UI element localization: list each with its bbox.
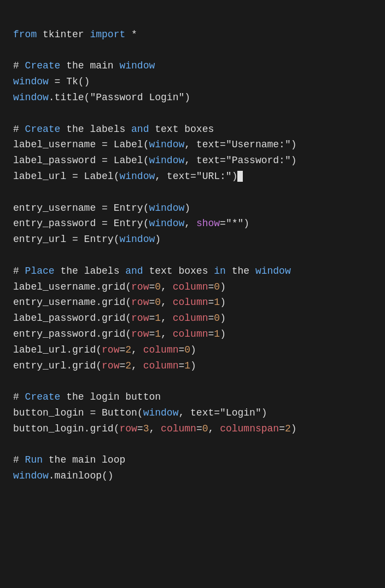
line-from: from tkinter import * <box>13 29 137 40</box>
line-button-login-grid: button_login.grid(row=3, column=0, colum… <box>13 423 297 434</box>
line-entry-password-grid: entry_password.grid(row=1, column=1) <box>13 328 226 339</box>
code-editor: from tkinter import * # Create the main … <box>13 11 372 484</box>
comment-create-window: # Create the main window <box>13 60 155 71</box>
line-label-url-grid: label_url.grid(row=2, column=0) <box>13 344 196 355</box>
line-mainloop: window.mainloop() <box>13 470 114 481</box>
comment-create-labels: # Create the labels and text boxes <box>13 124 214 135</box>
comment-place-labels: # Place the labels and text boxes in the… <box>13 266 291 276</box>
line-window-tk: window = Tk() <box>13 76 90 87</box>
line-entry-url: entry_url = Entry(window) <box>13 234 161 245</box>
comment-create-button: # Create the login button <box>13 391 161 402</box>
line-window-title: window.title("Password Login") <box>13 92 190 103</box>
line-entry-password: entry_password = Entry(window, show="*") <box>13 218 249 229</box>
line-entry-username: entry_username = Entry(window) <box>13 203 190 214</box>
line-label-username: label_username = Label(window, text="Use… <box>13 139 297 150</box>
line-label-url: label_url = Label(window, text="URL:") <box>13 171 243 182</box>
line-entry-username-grid: entry_username.grid(row=0, column=1) <box>13 297 226 308</box>
comment-mainloop: # Run the main loop <box>13 454 125 465</box>
line-label-password-grid: label_password.grid(row=1, column=0) <box>13 313 226 324</box>
line-label-password: label_password = Label(window, text="Pas… <box>13 155 297 166</box>
line-button-login: button_login = Button(window, text="Logi… <box>13 407 267 418</box>
line-entry-url-grid: entry_url.grid(row=2, column=1) <box>13 360 196 371</box>
line-label-username-grid: label_username.grid(row=0, column=0) <box>13 281 226 292</box>
